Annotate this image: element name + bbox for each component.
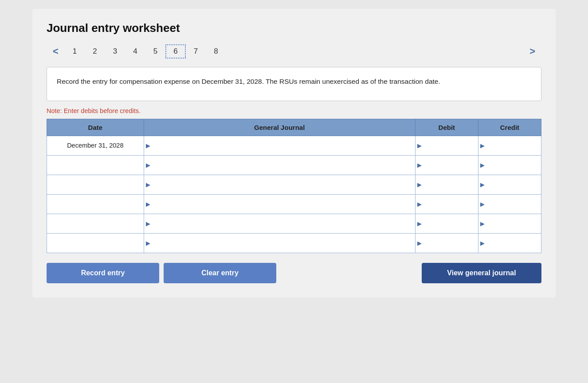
debit-cell-5[interactable]: ▶ — [415, 233, 478, 253]
table-row: ▶▶▶ — [47, 233, 541, 253]
gj-input-4[interactable] — [151, 214, 415, 233]
debit-arrow-3: ▶ — [416, 201, 423, 207]
credit-input-5[interactable] — [486, 234, 541, 253]
note-text: Note: Enter debits before credits. — [47, 107, 541, 114]
gj-arrow-4: ▶ — [144, 220, 151, 227]
gj-input-1[interactable] — [151, 156, 415, 175]
gj-cell-5[interactable]: ▶ — [144, 233, 415, 253]
credit-cell-1[interactable]: ▶ — [478, 155, 541, 175]
date-cell-5 — [47, 233, 144, 253]
gj-arrow-2: ▶ — [144, 181, 151, 188]
page-6[interactable]: 6 — [165, 44, 185, 59]
gj-arrow-0: ▶ — [144, 142, 151, 149]
col-header-credit: Credit — [478, 119, 541, 136]
page-1[interactable]: 1 — [65, 44, 85, 59]
debit-input-5[interactable] — [423, 234, 478, 253]
debit-cell-1[interactable]: ▶ — [415, 155, 478, 175]
page-7[interactable]: 7 — [186, 44, 206, 59]
main-container: Journal entry worksheet < 1 2 3 4 5 6 7 … — [32, 9, 556, 297]
debit-arrow-2: ▶ — [416, 181, 423, 188]
page-5[interactable]: 5 — [145, 44, 165, 59]
instruction-box: Record the entry for compensation expens… — [47, 67, 541, 101]
credit-arrow-0: ▶ — [478, 142, 486, 149]
credit-input-3[interactable] — [486, 195, 541, 214]
gj-cell-1[interactable]: ▶ — [144, 155, 415, 175]
debit-cell-4[interactable]: ▶ — [415, 214, 478, 233]
credit-cell-0[interactable]: ▶ — [478, 136, 541, 155]
table-row: ▶▶▶ — [47, 214, 541, 233]
record-entry-button[interactable]: Record entry — [47, 263, 159, 283]
date-cell-3 — [47, 194, 144, 214]
debit-arrow-5: ▶ — [416, 240, 423, 246]
table-row: ▶▶▶ — [47, 194, 541, 214]
credit-cell-4[interactable]: ▶ — [478, 214, 541, 233]
credit-arrow-4: ▶ — [478, 220, 486, 227]
credit-cell-3[interactable]: ▶ — [478, 194, 541, 214]
credit-cell-5[interactable]: ▶ — [478, 233, 541, 253]
next-arrow[interactable]: > — [523, 43, 541, 60]
gj-input-2[interactable] — [151, 175, 415, 194]
date-cell-2 — [47, 175, 144, 194]
credit-arrow-3: ▶ — [478, 201, 486, 207]
gj-arrow-3: ▶ — [144, 201, 151, 207]
journal-table: Date General Journal Debit Credit Decemb… — [47, 119, 541, 253]
gj-input-0[interactable] — [151, 136, 415, 155]
buttons-row: Record entry Clear entry View general jo… — [47, 263, 541, 283]
prev-arrow[interactable]: < — [47, 43, 65, 60]
debit-input-4[interactable] — [423, 214, 478, 233]
gj-input-3[interactable] — [151, 195, 415, 214]
credit-arrow-1: ▶ — [478, 162, 486, 168]
credit-input-1[interactable] — [486, 156, 541, 175]
gj-arrow-5: ▶ — [144, 240, 151, 246]
debit-arrow-0: ▶ — [416, 142, 423, 149]
view-general-journal-button[interactable]: View general journal — [422, 263, 541, 283]
instruction-text: Record the entry for compensation expens… — [57, 78, 440, 85]
page-3[interactable]: 3 — [105, 44, 125, 59]
table-row: December 31, 2028▶▶▶ — [47, 136, 541, 155]
credit-cell-2[interactable]: ▶ — [478, 175, 541, 194]
credit-arrow-2: ▶ — [478, 181, 486, 188]
date-cell-0: December 31, 2028 — [47, 136, 144, 155]
credit-input-2[interactable] — [486, 175, 541, 194]
table-row: ▶▶▶ — [47, 155, 541, 175]
credit-input-4[interactable] — [486, 214, 541, 233]
clear-entry-button[interactable]: Clear entry — [164, 263, 276, 283]
page-4[interactable]: 4 — [125, 44, 145, 59]
page-8[interactable]: 8 — [206, 44, 226, 59]
credit-input-0[interactable] — [486, 136, 541, 155]
credit-arrow-5: ▶ — [478, 240, 486, 246]
gj-cell-0[interactable]: ▶ — [144, 136, 415, 155]
debit-cell-3[interactable]: ▶ — [415, 194, 478, 214]
gj-arrow-1: ▶ — [144, 162, 151, 168]
col-header-gj: General Journal — [144, 119, 415, 136]
table-row: ▶▶▶ — [47, 175, 541, 194]
col-header-date: Date — [47, 119, 144, 136]
page-title: Journal entry worksheet — [47, 21, 541, 35]
date-cell-4 — [47, 214, 144, 233]
gj-cell-2[interactable]: ▶ — [144, 175, 415, 194]
page-2[interactable]: 2 — [85, 44, 105, 59]
pagination: < 1 2 3 4 5 6 7 8 > — [47, 43, 541, 60]
debit-input-2[interactable] — [423, 175, 478, 194]
debit-arrow-1: ▶ — [416, 162, 423, 168]
gj-cell-4[interactable]: ▶ — [144, 214, 415, 233]
debit-input-1[interactable] — [423, 156, 478, 175]
debit-cell-0[interactable]: ▶ — [415, 136, 478, 155]
debit-input-3[interactable] — [423, 195, 478, 214]
debit-input-0[interactable] — [423, 136, 478, 155]
debit-cell-2[interactable]: ▶ — [415, 175, 478, 194]
gj-cell-3[interactable]: ▶ — [144, 194, 415, 214]
date-cell-1 — [47, 155, 144, 175]
col-header-debit: Debit — [415, 119, 478, 136]
debit-arrow-4: ▶ — [416, 220, 423, 227]
gj-input-5[interactable] — [151, 234, 415, 253]
